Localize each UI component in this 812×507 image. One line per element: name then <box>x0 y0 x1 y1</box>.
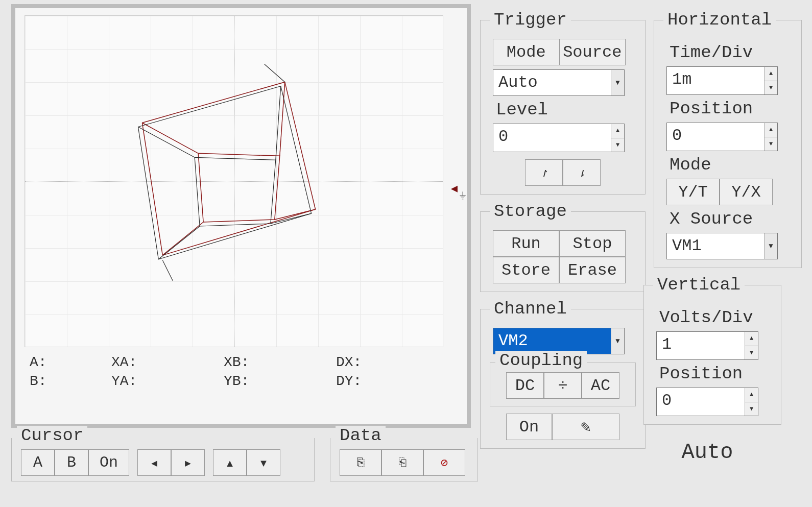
coupling-ac-button[interactable]: AC <box>582 372 619 399</box>
run-button[interactable]: Run <box>493 230 559 257</box>
import-icon: ⎘ <box>357 456 364 470</box>
export-icon: ⎗ <box>399 456 406 470</box>
chevron-down-icon: ▼ <box>764 233 777 259</box>
data-legend: Data <box>336 426 386 445</box>
coupling-legend: Coupling <box>495 351 587 370</box>
data-import-button[interactable]: ⎘ <box>340 449 381 476</box>
h-position-spinner[interactable]: 0 ▲▼ <box>666 123 778 151</box>
channel-on-button[interactable]: On <box>506 414 552 440</box>
coupling-panel: Coupling DC ÷ AC <box>490 363 636 406</box>
cursor-right-button[interactable]: ▸ <box>171 449 205 476</box>
cursor-left-button[interactable]: ◂ <box>137 449 171 476</box>
scope-grid[interactable] <box>25 15 443 347</box>
readout-a: A: <box>30 354 111 370</box>
data-export-button[interactable]: ⎗ <box>381 449 423 476</box>
erase-button[interactable]: Erase <box>559 257 626 283</box>
readout-xa: XA: <box>111 354 224 370</box>
channel-legend: Channel <box>490 299 571 319</box>
arrow-up-icon[interactable]: ▲ <box>765 67 777 81</box>
arrow-down-icon[interactable]: ▼ <box>611 138 624 152</box>
scope-readout: A: XA: XB: DX: B: YA: YB: DY: <box>30 354 460 389</box>
horizontal-panel: Horizontal Time/Div 1m ▲▼ Position 0 ▲▼ … <box>654 10 802 268</box>
scope-display: VM2: 1V <box>11 4 471 428</box>
voltsdiv-value: 1 <box>657 332 745 359</box>
cursor-panel: Cursor A B On ◂ ▸ ▴ ▾ <box>11 438 315 481</box>
channel-probe-button[interactable]: ✎ <box>552 414 619 440</box>
trigger-mode-select[interactable]: Auto ▼ <box>493 69 625 96</box>
cursor-on-button[interactable]: On <box>88 449 129 476</box>
arrow-up-icon[interactable]: ▲ <box>745 332 758 346</box>
trigger-falling-edge-button[interactable]: ⇂ <box>563 159 601 186</box>
readout-b: B: <box>30 373 111 389</box>
clear-icon: ⊘ <box>441 456 448 470</box>
v-position-spinner[interactable]: 0 ▲▼ <box>656 388 758 416</box>
channel-panel: Channel VM2 ▼ Coupling DC ÷ AC On ✎ <box>480 299 646 449</box>
vertical-panel: Vertical Volts/Div 1 ▲▼ Position 0 ▲▼ <box>643 275 781 425</box>
trigger-level-value: 0 <box>493 124 611 152</box>
timediv-label: Time/Div <box>670 43 792 62</box>
h-position-label: Position <box>670 99 792 118</box>
cursor-legend: Cursor <box>17 426 87 445</box>
trigger-mode-button[interactable]: Mode <box>493 39 560 65</box>
xsource-label: X Source <box>670 209 792 229</box>
scope-trace <box>25 16 443 347</box>
rising-edge-icon: ↾ <box>540 166 547 180</box>
cursor-a-button[interactable]: A <box>21 449 55 476</box>
timediv-value: 1m <box>667 67 764 94</box>
falling-edge-icon: ⇂ <box>578 166 585 180</box>
cursor-b-button[interactable]: B <box>55 449 88 476</box>
arrow-down-icon[interactable]: ▼ <box>765 137 777 151</box>
readout-dx: DX: <box>336 354 438 370</box>
readout-dy: DY: <box>336 373 438 389</box>
data-panel: Data ⎘ ⎗ ⊘ <box>330 438 478 481</box>
trigger-rising-edge-button[interactable]: ↾ <box>525 159 563 186</box>
voltsdiv-spinner[interactable]: 1 ▲▼ <box>656 331 758 360</box>
arrow-down-icon[interactable]: ▼ <box>765 81 777 95</box>
storage-legend: Storage <box>490 202 571 221</box>
trigger-panel: Trigger Mode Source Auto ▼ Level 0 ▲▼ ↾ … <box>480 10 646 195</box>
cursor-up-button[interactable]: ▴ <box>213 449 247 476</box>
arrow-up-icon[interactable]: ▲ <box>765 123 777 137</box>
scope-trigger-marker: ◀ <box>451 182 458 196</box>
trigger-mode-value: Auto <box>493 70 611 95</box>
readout-yb: YB: <box>224 373 336 389</box>
arrow-up-icon[interactable]: ▲ <box>745 388 758 402</box>
trigger-level-label: Level <box>496 100 636 119</box>
chevron-down-icon: ▼ <box>611 70 624 95</box>
trigger-source-button[interactable]: Source <box>560 39 626 65</box>
probe-icon: ✎ <box>581 418 590 437</box>
horizontal-legend: Horizontal <box>663 10 776 30</box>
xsource-value: VM1 <box>667 233 764 259</box>
arrow-down-icon[interactable]: ▼ <box>745 402 758 416</box>
storage-panel: Storage Run Stop Store Erase <box>480 202 646 292</box>
trigger-legend: Trigger <box>490 10 571 30</box>
stop-button[interactable]: Stop <box>559 230 626 257</box>
v-position-label: Position <box>659 364 772 383</box>
coupling-dc-button[interactable]: DC <box>506 372 544 399</box>
cursor-down-button[interactable]: ▾ <box>247 449 280 476</box>
arrow-down-icon[interactable]: ▼ <box>745 346 758 360</box>
chevron-down-icon: ▼ <box>611 328 624 354</box>
store-button[interactable]: Store <box>493 257 559 283</box>
channel-value: VM2 <box>493 328 611 354</box>
xsource-select[interactable]: VM1 ▼ <box>666 233 778 259</box>
arrow-up-icon[interactable]: ▲ <box>611 124 624 138</box>
mode-yt-button[interactable]: Y/T <box>666 179 720 205</box>
data-clear-button[interactable]: ⊘ <box>423 449 465 476</box>
scope-ground-marker: ⏚ <box>460 189 466 201</box>
trigger-level-spinner[interactable]: 0 ▲▼ <box>493 124 625 152</box>
h-position-value: 0 <box>667 123 764 151</box>
vertical-legend: Vertical <box>653 275 745 295</box>
voltsdiv-label: Volts/Div <box>659 308 772 327</box>
mode-yx-button[interactable]: Y/X <box>720 179 773 205</box>
coupling-gnd-button[interactable]: ÷ <box>544 372 582 399</box>
v-position-value: 0 <box>657 388 745 416</box>
readout-ya: YA: <box>111 373 224 389</box>
h-mode-label: Mode <box>670 155 792 175</box>
readout-xb: XB: <box>224 354 336 370</box>
timediv-spinner[interactable]: 1m ▲▼ <box>666 66 778 95</box>
